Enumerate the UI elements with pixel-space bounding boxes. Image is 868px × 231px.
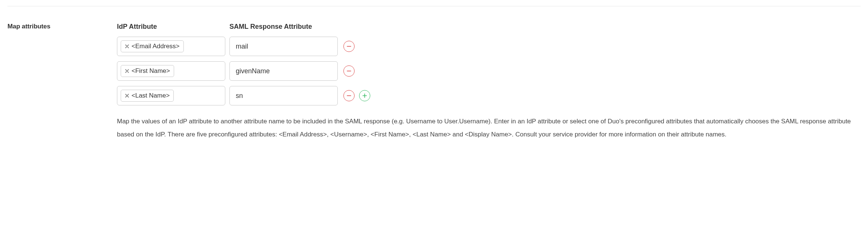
idp-attribute-tag: <Last Name> [121, 90, 174, 102]
saml-response-attribute-input[interactable] [229, 61, 338, 81]
columns-header: IdP Attribute SAML Response Attribute [117, 23, 861, 31]
idp-attribute-input[interactable]: <Email Address> [117, 37, 225, 56]
idp-attribute-column-label: IdP Attribute [117, 23, 225, 31]
saml-response-attribute-input[interactable] [229, 86, 338, 105]
map-attributes-section: Map attributes IdP Attribute SAML Respon… [7, 23, 861, 141]
section-divider [7, 6, 861, 6]
saml-response-attribute-input[interactable] [229, 37, 338, 56]
help-text: Map the values of an IdP attribute to an… [117, 115, 861, 141]
attribute-row: <Last Name> [117, 86, 861, 105]
idp-attribute-tag: <First Name> [121, 65, 174, 77]
attribute-rows: <Email Address> <First Name> [117, 37, 861, 105]
row-actions [343, 41, 355, 52]
section-body: IdP Attribute SAML Response Attribute <E… [117, 23, 861, 141]
idp-attribute-tag-label: <Email Address> [132, 43, 180, 50]
idp-attribute-tag: <Email Address> [121, 40, 184, 52]
remove-tag-icon[interactable] [125, 69, 129, 73]
row-actions [343, 65, 355, 77]
remove-row-button[interactable] [343, 65, 355, 77]
idp-attribute-input[interactable]: <Last Name> [117, 86, 225, 105]
remove-row-button[interactable] [343, 41, 355, 52]
saml-response-attribute-column-label: SAML Response Attribute [229, 23, 338, 31]
attribute-row: <First Name> [117, 61, 861, 81]
remove-tag-icon[interactable] [125, 44, 129, 49]
row-actions [343, 90, 370, 101]
add-row-button[interactable] [359, 90, 370, 101]
idp-attribute-tag-label: <First Name> [132, 67, 170, 75]
section-label: Map attributes [7, 23, 117, 30]
idp-attribute-input[interactable]: <First Name> [117, 61, 225, 81]
idp-attribute-tag-label: <Last Name> [132, 92, 170, 99]
remove-tag-icon[interactable] [125, 93, 129, 98]
attribute-row: <Email Address> [117, 37, 861, 56]
remove-row-button[interactable] [343, 90, 355, 101]
